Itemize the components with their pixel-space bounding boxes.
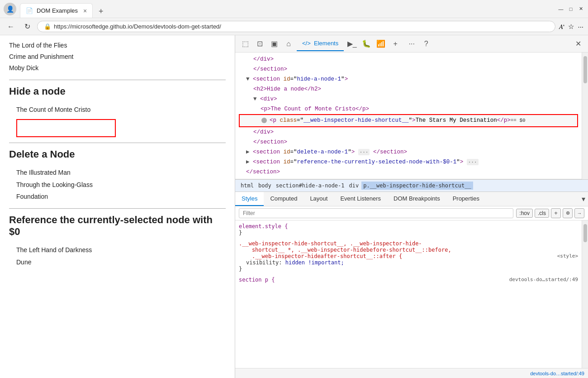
tab-doc-icon: 📄 (26, 7, 33, 14)
dom-line-selected[interactable]: <p class="__web-inspector-hide-shortcut_… (239, 114, 578, 127)
ref-book-1: The Left Hand of Darkness (16, 244, 226, 256)
tab-close-btn[interactable]: × (83, 7, 87, 14)
styles-main: element.style { } .__web-inspector-hide-… (235, 220, 582, 368)
dom-line[interactable]: </div> (239, 54, 578, 64)
dom-line[interactable]: </section> (239, 167, 578, 177)
delete-node-title: Delete a Node (9, 148, 226, 160)
styles-filter: :hov .cls + ⊕ → (235, 206, 588, 220)
styles-scrollbar[interactable] (582, 220, 588, 368)
breadcrumb-html[interactable]: html (239, 182, 256, 190)
page-content: The Lord of the Flies Crime and Punishme… (0, 35, 235, 378)
tab-styles[interactable]: Styles (235, 192, 264, 206)
new-tab-button[interactable]: + (95, 5, 107, 18)
main-area: The Lord of the Flies Crime and Punishme… (0, 35, 588, 378)
add-style-icon[interactable]: + (551, 208, 561, 218)
filter-actions: :hov .cls + ⊕ → (516, 208, 584, 218)
title-bar: 👤 📄 DOM Examples × + — □ ✕ (0, 0, 588, 18)
tab-dom-breakpoints[interactable]: DOM Breakpoints (387, 192, 446, 206)
lock-icon: 🔒 (44, 23, 51, 30)
style-rule-close2: } (239, 266, 578, 272)
styles-content[interactable]: element.style { } .__web-inspector-hide-… (235, 220, 582, 368)
divider (9, 143, 226, 143)
dom-tree[interactable]: </div> </section> ▼ <section id="hide-a-… (235, 53, 582, 179)
close-window-button[interactable]: ✕ (577, 5, 584, 13)
breadcrumb-div[interactable]: div (347, 182, 361, 190)
device-emulation-icon[interactable]: ⊡ (253, 38, 266, 50)
minimize-button[interactable]: — (557, 5, 564, 13)
profile-icon[interactable]: 👤 (4, 3, 16, 15)
elements-tab[interactable]: </> Elements (297, 36, 344, 51)
list-item: The Lord of the Flies (9, 40, 226, 51)
hide-book-1: The Count of Monte Cristo (16, 104, 226, 116)
console-icon[interactable]: ▶_ (346, 38, 358, 50)
breadcrumb: html body section#hide-a-node-1 div p.__… (235, 179, 588, 192)
dom-line[interactable]: </section> (239, 137, 578, 147)
network-icon[interactable]: 📶 (375, 38, 387, 50)
dom-line[interactable]: <p>The Count of Monte Cristo</p> (239, 104, 578, 114)
tab-title: DOM Examples (37, 7, 78, 14)
address-bar: ← ↻ 🔒 https://microsoftedge.github.io/De… (0, 18, 588, 35)
browser-tab[interactable]: 📄 DOM Examples × (20, 3, 93, 18)
breadcrumb-section[interactable]: section#hide-a-node-1 (274, 182, 346, 190)
style-rule-selector-2: .__web-inspector-hide-shortcut__, .__web… (239, 240, 578, 259)
elements-tab-icon: </> (302, 40, 311, 47)
dom-tree-wrapper: </div> </section> ▼ <section id="hide-a-… (235, 53, 588, 179)
tab-properties[interactable]: Properties (446, 192, 486, 206)
hov-button[interactable]: :hov (516, 209, 533, 218)
close-devtools-icon[interactable]: ✕ (572, 38, 584, 50)
ref-book-2: Dune (16, 256, 226, 268)
help-icon[interactable]: ? (420, 38, 432, 50)
hidden-node-box (16, 119, 116, 137)
status-bar: devtools-do…started/:49 (235, 368, 588, 378)
dom-line[interactable]: </div> (239, 127, 578, 137)
hide-node-title: Hide a node (9, 86, 226, 97)
reload-button[interactable]: ↻ (21, 20, 33, 33)
status-right: devtools-do…started/:49 (530, 371, 584, 376)
dom-scrollbar[interactable] (582, 53, 588, 179)
add-tab-icon[interactable]: + (389, 38, 402, 50)
bug-icon[interactable]: 🐛 (360, 38, 373, 50)
url-bar[interactable]: 🔒 https://microsoftedge.github.io/Demos/… (37, 21, 555, 32)
styles-content-wrap: element.style { } .__web-inspector-hide-… (235, 220, 588, 368)
favorites-icon[interactable]: ☆ (568, 23, 574, 31)
address-bar-icons: 𝐴ʻ ☆ ··· (559, 23, 583, 31)
scrollbar-thumb[interactable] (583, 56, 587, 83)
home-icon[interactable]: ⌂ (282, 38, 295, 50)
devtools-panel: ⬚ ⊡ ▣ ⌂ </> Elements ▶_ 🐛 📶 + ··· ? ✕ </… (235, 35, 588, 378)
delete-book-1: The Illustrated Man (16, 167, 226, 179)
dom-line[interactable]: </section> (239, 64, 578, 74)
dom-line[interactable]: ▼ <section id="hide-a-node-1"> (239, 74, 578, 84)
delete-book-3: Foundation (16, 191, 226, 203)
dom-line[interactable]: <h2>Hide a node</h2> (239, 84, 578, 94)
settings-icon[interactable]: ··· (578, 23, 583, 30)
list-item: Crime and Punishment (9, 51, 226, 62)
back-button[interactable]: ← (5, 20, 17, 33)
styles-scrollbar-thumb[interactable] (583, 224, 587, 242)
tab-computed[interactable]: Computed (264, 192, 303, 206)
tab-layout[interactable]: Layout (303, 192, 334, 206)
inspect-style-icon[interactable]: ⊕ (563, 208, 573, 218)
cls-button[interactable]: .cls (535, 209, 549, 218)
elements-tab-label: Elements (314, 40, 338, 47)
tab-event-listeners[interactable]: Event Listeners (334, 192, 387, 206)
breadcrumb-p[interactable]: p.__web-inspector-hide-shortcut__ (361, 182, 473, 190)
new-rule-icon[interactable]: → (574, 208, 584, 218)
read-aloud-icon[interactable]: 𝐴ʻ (559, 23, 564, 31)
list-item: Moby Dick (9, 62, 226, 74)
styles-tabs: Styles Computed Layout Event Listeners D… (235, 192, 588, 206)
inspect-element-icon[interactable]: ⬚ (239, 38, 251, 50)
breadcrumb-body[interactable]: body (256, 182, 273, 190)
style-rule-close: } (239, 230, 578, 236)
maximize-button[interactable]: □ (567, 5, 574, 13)
dom-line[interactable]: ▼ <div> (239, 94, 578, 104)
reference-node-title: Reference the currently-selected node wi… (9, 214, 226, 238)
delete-book-2: Through the Looking-Glass (16, 179, 226, 191)
styles-more-icon[interactable]: ▾ (582, 195, 585, 203)
dom-line[interactable]: ▶ <section id="reference-the-currently-s… (239, 157, 578, 167)
more-options-icon[interactable]: ··· (405, 38, 418, 50)
window-controls: — □ ✕ (557, 5, 584, 13)
url-text: https://microsoftedge.github.io/Demos/de… (54, 23, 221, 30)
filter-input[interactable] (239, 208, 513, 218)
dom-line[interactable]: ▶ <section id="delete-a-node-1"> ··· </s… (239, 147, 578, 157)
sidebar-toggle-icon[interactable]: ▣ (268, 38, 280, 50)
